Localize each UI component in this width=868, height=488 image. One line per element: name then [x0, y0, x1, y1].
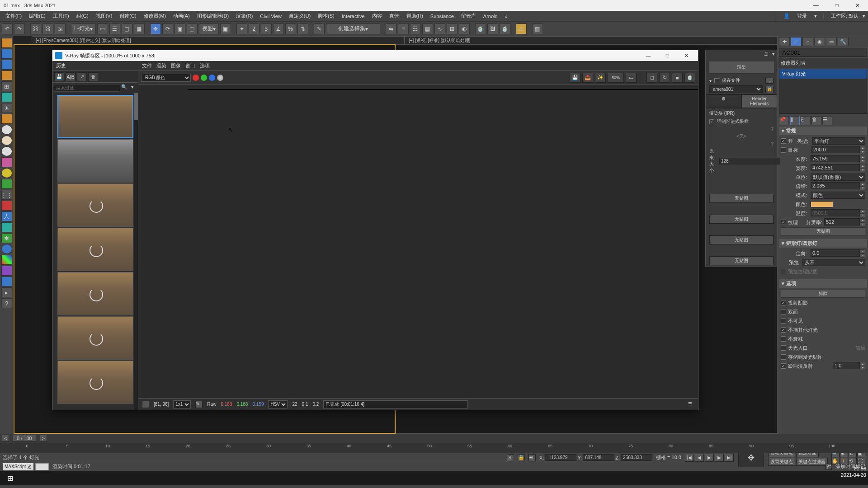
- vfb-history-tab[interactable]: 历史: [52, 61, 138, 71]
- configure-sets[interactable]: ☰: [822, 116, 832, 125]
- vfb-menu-file[interactable]: 文件: [142, 62, 152, 69]
- ltool-7[interactable]: ☀: [1, 103, 12, 113]
- window-maximize[interactable]: □: [826, 0, 847, 11]
- named-sel-set[interactable]: 创建选择集 ▾: [326, 23, 380, 34]
- ltool-12[interactable]: [1, 201, 12, 211]
- menu-lyk[interactable]: 留云库: [458, 12, 479, 20]
- rp-nomap-4[interactable]: 无贴图: [709, 256, 774, 265]
- menu-view[interactable]: 视图(V): [93, 12, 115, 20]
- preview-select[interactable]: 从不: [802, 259, 865, 266]
- show-end-result[interactable]: ||: [790, 116, 800, 125]
- material-editor[interactable]: ◐: [459, 23, 470, 34]
- curve-editor[interactable]: ∿: [434, 23, 445, 34]
- percent-snap[interactable]: %: [285, 23, 296, 34]
- hist-delete[interactable]: 🗑: [88, 72, 98, 81]
- hist-compare[interactable]: A|B: [66, 72, 75, 81]
- angle-snap[interactable]: ∡: [273, 23, 284, 34]
- render-setup[interactable]: 🍵: [475, 23, 486, 34]
- window-crossing[interactable]: ▦: [134, 23, 145, 34]
- history-scrollbar[interactable]: [134, 93, 138, 410]
- hist-load[interactable]: ↗: [77, 72, 87, 81]
- ltool-6[interactable]: [1, 92, 12, 102]
- ltool-5[interactable]: ⊞: [1, 81, 12, 91]
- window-close[interactable]: ✕: [847, 0, 868, 11]
- ltool-sphere-1[interactable]: [1, 125, 12, 135]
- time-prev[interactable]: <: [2, 435, 9, 442]
- temp-val[interactable]: [811, 209, 860, 216]
- redo-button[interactable]: ↷: [14, 23, 25, 34]
- render-frame[interactable]: 🖼: [487, 23, 498, 34]
- history-thumb[interactable]: [57, 139, 133, 183]
- coord-x[interactable]: [545, 454, 576, 461]
- move-tool[interactable]: ✥: [150, 23, 161, 34]
- chk-storeirr[interactable]: [781, 354, 786, 360]
- vfb-maximize[interactable]: □: [658, 51, 676, 60]
- menu-help[interactable]: 帮助(H): [404, 12, 426, 20]
- vfb-minimize[interactable]: —: [639, 51, 657, 60]
- color-picker-icon[interactable]: [142, 401, 149, 408]
- exclude-button[interactable]: 排除: [781, 290, 865, 298]
- chk-on[interactable]: ✓: [781, 138, 786, 144]
- tab-hierarchy[interactable]: ⌂: [802, 37, 813, 46]
- link-button[interactable]: ⛓: [30, 23, 41, 34]
- next-frame[interactable]: ▶: [715, 454, 724, 462]
- warning-icon[interactable]: ⚠: [516, 23, 527, 34]
- ltool-sphere-3[interactable]: [1, 146, 12, 156]
- object-name-field[interactable]: [779, 48, 867, 57]
- menu-arnold[interactable]: Arnold: [481, 13, 500, 20]
- history-search[interactable]: [54, 84, 120, 92]
- layers[interactable]: ☷: [410, 23, 421, 34]
- search-icon[interactable]: 🔍: [120, 84, 128, 92]
- select-object[interactable]: ▭: [97, 23, 108, 34]
- edit-named-sel[interactable]: ✎: [314, 23, 325, 34]
- snap-toggle-2[interactable]: 2̲: [249, 23, 259, 34]
- ltool-3[interactable]: [1, 60, 12, 70]
- chk-noother[interactable]: ✓: [781, 327, 786, 333]
- ltool-13[interactable]: 人: [1, 211, 12, 221]
- re-tab-settings[interactable]: ⚙: [706, 94, 741, 108]
- coord-mode-icon[interactable]: ⊕: [528, 454, 536, 461]
- modifier-stack[interactable]: VRay 灯光: [779, 69, 867, 114]
- ltool-17[interactable]: [1, 277, 12, 286]
- ltool-16[interactable]: [1, 266, 12, 276]
- rp-nomap-2[interactable]: 无贴图: [709, 215, 774, 224]
- vfb-close[interactable]: ✕: [677, 51, 695, 60]
- align[interactable]: ≡: [398, 23, 409, 34]
- timeline-ruler[interactable]: 0510152025303540455055606570758085909510…: [0, 443, 868, 453]
- render-camera[interactable]: amera001: [709, 85, 763, 93]
- vfb-zoom[interactable]: 50%: [608, 73, 624, 83]
- make-unique[interactable]: ⎘: [801, 116, 811, 125]
- ltool-sphere-2[interactable]: [1, 136, 12, 145]
- menu-grapheditors[interactable]: 图形编辑器(D): [194, 12, 231, 20]
- time-tag-icon[interactable]: 🏷: [826, 464, 832, 470]
- ltool-15[interactable]: ✱: [1, 233, 12, 243]
- width-val[interactable]: [811, 164, 860, 171]
- prev-frame[interactable]: ◀: [695, 454, 704, 462]
- ltool-sun[interactable]: [1, 168, 12, 178]
- rotate-tool[interactable]: ⟳: [162, 23, 173, 34]
- history-thumb[interactable]: [57, 183, 133, 227]
- start-button[interactable]: ⊞: [2, 472, 18, 484]
- current-frame[interactable]: 0 / 100: [13, 435, 36, 442]
- menu-substance[interactable]: Substance: [428, 13, 457, 20]
- window-minimize[interactable]: —: [806, 0, 826, 11]
- menu-group[interactable]: 组(G): [74, 12, 91, 20]
- ltool-9[interactable]: [1, 157, 12, 167]
- lock-icon[interactable]: 🔒: [765, 86, 774, 93]
- coord-z[interactable]: [621, 454, 652, 461]
- vfb-save-all[interactable]: 📤: [582, 73, 593, 83]
- multiplier-val[interactable]: [811, 182, 860, 189]
- vfb-stop[interactable]: ■: [672, 73, 683, 83]
- length-val[interactable]: [811, 155, 860, 162]
- menu-modifiers[interactable]: 修改器(M): [141, 12, 169, 20]
- ltool-10[interactable]: [1, 179, 12, 189]
- render-view[interactable]: ‿‿‿‿‿‿‿‿‿‿ ‿‿‿‿‿‿‿‿‿‿‿‿ ‿‿‿‿‿‿‿‿ ↖: [138, 84, 698, 398]
- vfb-menu-render[interactable]: 渲染: [156, 62, 166, 69]
- vfb-menu-window[interactable]: 窗口: [185, 62, 195, 69]
- chk-nodecay[interactable]: [781, 336, 786, 342]
- bundle-val[interactable]: [719, 158, 780, 164]
- menu-rendering[interactable]: 渲染(R): [233, 12, 255, 20]
- spinner-snap[interactable]: ⇅: [297, 23, 308, 34]
- save-file-browse[interactable]: ...: [765, 78, 774, 84]
- history-thumb[interactable]: [57, 272, 133, 315]
